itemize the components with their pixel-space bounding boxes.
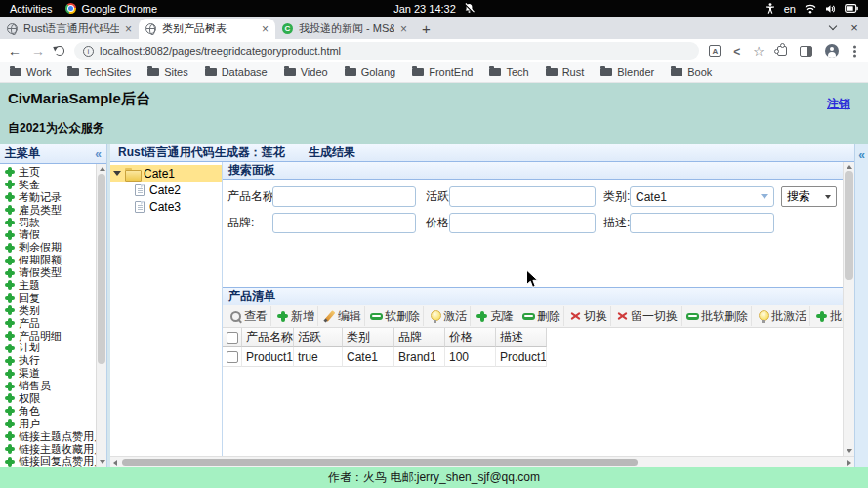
bookmark-folder[interactable]: Blender (600, 66, 654, 78)
sidebar-menu-item[interactable]: 剩余假期 (0, 241, 96, 254)
translate-icon[interactable] (709, 45, 721, 57)
column-header[interactable]: 类别 (343, 328, 394, 347)
column-header[interactable]: 品牌 (394, 328, 445, 347)
grid-toolbar-button[interactable]: 留一切换 (613, 306, 682, 326)
browser-menu-icon[interactable] (853, 50, 856, 53)
activities-button[interactable]: Activities (10, 3, 52, 15)
grid-toolbar-button[interactable]: 克隆 (473, 306, 517, 326)
sidebar-menu-item[interactable]: 角色 (0, 405, 96, 418)
tab-close-icon[interactable]: × (400, 23, 407, 35)
sidebar-menu-item[interactable]: 雇员类型 (0, 204, 96, 217)
sidebar-menu-item[interactable]: 销售员 (0, 380, 96, 392)
scroll-left-arrow[interactable] (113, 460, 117, 466)
expand-right-panel-icon[interactable]: « (858, 148, 865, 467)
back-button[interactable]: ← (8, 44, 21, 58)
scroll-up-arrow[interactable] (100, 167, 105, 171)
grid-toolbar-button[interactable]: 删除 (519, 306, 564, 326)
column-header[interactable]: 描述 (496, 328, 547, 347)
new-tab-button[interactable]: + (414, 20, 438, 39)
collapse-left-panel-icon[interactable]: « (95, 147, 102, 161)
price-input[interactable] (449, 213, 596, 233)
sidebar-menu-item[interactable]: 类别 (0, 305, 96, 317)
category-combobox[interactable]: Cate1 (630, 186, 774, 207)
tab-close-icon[interactable]: × (262, 23, 269, 35)
share-icon[interactable] (733, 42, 740, 60)
grid-toolbar-button[interactable]: 新增 (273, 306, 318, 326)
forward-button[interactable]: → (31, 44, 45, 58)
description-input[interactable] (630, 213, 774, 233)
sidebar-menu-item[interactable]: 考勤记录 (0, 191, 96, 204)
tab-close-icon[interactable]: × (125, 23, 132, 35)
clock[interactable]: Jan 23 14:32 (393, 3, 456, 15)
bookmark-folder[interactable]: Golang (345, 66, 395, 78)
sidebar-menu-item[interactable]: 罚款 (0, 217, 96, 229)
tree-node[interactable]: Cate3 (110, 198, 222, 215)
tab-category-product-tree[interactable]: 类别产品树表 × (139, 19, 275, 39)
bookmark-folder[interactable]: Rust (546, 66, 585, 78)
grid-toolbar-button[interactable]: 切换 (566, 306, 611, 326)
scroll-right-arrow[interactable] (847, 460, 851, 466)
tab-news[interactable]: 我投递的新闻 - MS&A(M × (275, 19, 414, 39)
scroll-down-arrow[interactable] (100, 460, 105, 464)
profile-avatar[interactable] (825, 44, 839, 58)
chevron-down-icon[interactable] (761, 194, 768, 199)
sidebar-menu-item[interactable]: 产品明细 (0, 330, 96, 343)
sidebar-menu-item[interactable]: 链接主题点赞用户 (0, 430, 96, 443)
grid-toolbar-button[interactable]: 激活 (426, 306, 471, 326)
content-scrollbar-horizontal[interactable] (110, 456, 854, 467)
window-restore-button[interactable] (825, 20, 841, 35)
sidebar-menu-item[interactable]: 渠道 (0, 367, 96, 380)
sidebar-scrollbar[interactable] (96, 164, 106, 467)
sidebar-menu-item[interactable]: 用户 (0, 418, 96, 430)
search-select-button[interactable]: 搜索 (781, 186, 837, 207)
sidebar-menu-item[interactable]: 主题 (0, 279, 96, 292)
result-tab-label[interactable]: 生成结果 (309, 144, 355, 161)
app-menu[interactable]: Google Chrome (65, 3, 157, 15)
bookmark-folder[interactable]: TechSites (67, 66, 131, 78)
sidebar-menu-item[interactable]: 奖金 (0, 179, 96, 191)
tree-node[interactable]: Cate2 (110, 182, 222, 198)
sidebar-menu-item[interactable]: 请假类型 (0, 266, 96, 279)
sidebar-menu-item[interactable]: 链接回复点赞用户 (0, 455, 96, 467)
sidebar-menu-item[interactable]: 执行 (0, 354, 96, 367)
grid-toolbar-button[interactable]: 查看 (227, 306, 271, 326)
bookmark-folder[interactable]: FrontEnd (412, 66, 473, 78)
sidebar-menu-item[interactable]: 产品 (0, 317, 96, 330)
site-info-icon[interactable] (83, 46, 94, 57)
grid-toolbar-button[interactable]: 批激活 (754, 306, 810, 326)
active-input[interactable] (449, 186, 596, 207)
grid-toolbar-button[interactable]: 软删除 (367, 306, 424, 326)
scroll-down-arrow[interactable] (847, 449, 852, 453)
grid-toolbar-button[interactable]: 编辑 (320, 306, 365, 326)
grid-toolbar-button[interactable]: 批软删除 (683, 306, 752, 326)
window-close-button[interactable]: × (847, 20, 862, 35)
select-all-checkbox[interactable] (227, 332, 238, 344)
product-name-input[interactable] (272, 186, 416, 207)
tree-expander-icon[interactable] (113, 171, 121, 176)
column-header[interactable]: 价格 (445, 328, 496, 347)
grid-toolbar-button[interactable]: 批克隆 (812, 306, 843, 326)
sidebar-menu-item[interactable]: 计划 (0, 342, 96, 354)
extensions-icon[interactable] (777, 46, 787, 56)
keyboard-layout-indicator[interactable]: en (784, 3, 796, 15)
bookmark-folder[interactable]: Database (205, 66, 268, 78)
tree-node-selected[interactable]: Cate1 (110, 165, 222, 182)
reload-button[interactable] (55, 46, 64, 56)
bookmark-folder[interactable]: Work (10, 66, 51, 78)
table-row[interactable]: Product1 true Cate1 Brand1 100 Product1 (223, 347, 843, 367)
content-scrollbar-vertical[interactable] (843, 162, 854, 456)
scroll-up-arrow[interactable] (847, 165, 852, 169)
bookmark-folder[interactable]: Video (284, 66, 328, 78)
accessibility-icon[interactable] (765, 3, 775, 14)
tab-rust-generator[interactable]: Rust语言通用代码生成器 × (0, 19, 139, 39)
row-checkbox[interactable] (227, 351, 238, 363)
logout-link[interactable]: 注销 (827, 96, 850, 112)
sidebar-menu-item[interactable]: 主页 (0, 166, 96, 179)
brand-input[interactable] (272, 213, 416, 233)
sidebar-menu-item[interactable]: 链接主题收藏用户 (0, 443, 96, 456)
collapsed-right-panel[interactable]: « (854, 144, 868, 467)
bookmark-folder[interactable]: Sites (147, 66, 187, 78)
sidebar-menu-item[interactable]: 权限 (0, 392, 96, 405)
column-header[interactable]: 产品名称 (242, 328, 294, 347)
column-header[interactable]: 活跃 (294, 328, 343, 347)
